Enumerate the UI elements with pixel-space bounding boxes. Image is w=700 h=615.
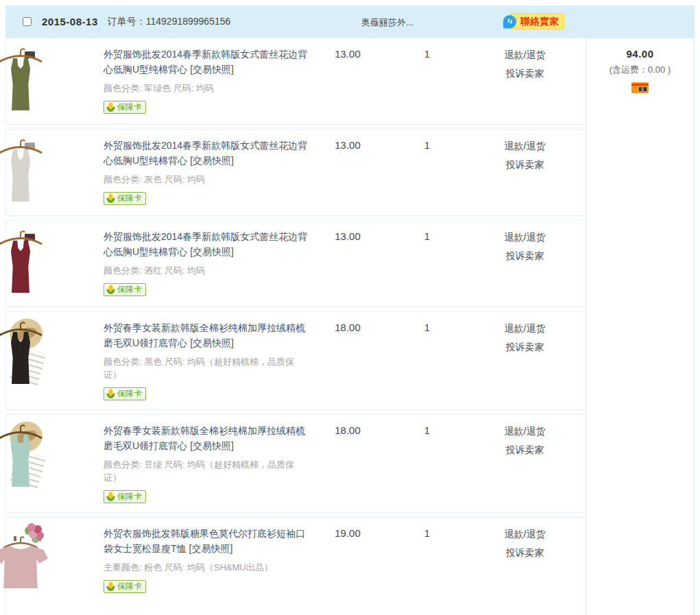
order-item-row: 外贸服饰批发2014春季新款韩版女式蕾丝花边背心低胸U型纯棉背心[交易快照] 颜… [5,38,586,125]
guarantee-card-badge[interactable]: 保障卡 [104,387,146,400]
order-item-row: 外贸春季女装新款韩版全棉衫纯棉加厚拉绒精梳磨毛双U领打底背心[交易快照] 颜色分… [5,414,586,513]
complain-seller-link[interactable]: 投诉卖家 [468,443,581,457]
snapshot-link[interactable]: [交易快照] [190,246,234,257]
guarantee-card-badge[interactable]: 保障卡 [104,101,146,114]
item-price: 13.00 [309,130,386,215]
product-attributes: 颜色分类: 灰色 尺码: 均码 [104,173,309,186]
order-total-amount: 94.00 [586,48,694,60]
product-title: 外贸春季女装新款韩版全棉衫纯棉加厚拉绒精梳磨毛双U领打底背心[交易快照] [104,423,309,453]
order-summary: 94.00 (含运费：0.00 ) [586,38,695,615]
snapshot-link[interactable]: [交易快照] [189,543,233,554]
item-quantity: 1 [386,38,468,124]
sprout-icon [106,492,116,502]
refund-link[interactable]: 退款/退货 [468,322,581,336]
item-list: 外贸服饰批发2014春季新款韩版女式蕾丝花边背心低胸U型纯棉背心[交易快照] 颜… [5,38,586,615]
refund-link[interactable]: 退款/退货 [468,424,581,439]
sprout-icon [106,193,116,204]
order-number: 订单号：1149291899965156 [108,16,231,28]
guarantee-card-label: 保障卡 [117,389,142,399]
item-price: 19.00 [309,518,386,615]
sprout-icon [106,581,116,592]
wangwang-icon [503,15,516,28]
guarantee-card-badge[interactable]: 保障卡 [104,580,146,593]
order-body: 外贸服饰批发2014春季新款韩版女式蕾丝花边背心低胸U型纯棉背心[交易快照] 颜… [5,38,695,615]
product-image[interactable] [21,317,91,388]
sprout-icon [106,102,116,112]
product-title: 外贸春季女装新款韩版全棉衫纯棉加厚拉绒精梳磨毛双U领打底背心[交易快照] [104,320,309,350]
item-price: 18.00 [309,415,386,512]
product-image[interactable] [21,420,91,491]
order-page: 2015-08-13 订单号：1149291899965156 奥薇丽莎外...… [0,0,700,615]
seller-name-link[interactable]: 奥薇丽莎外... [361,16,413,29]
refund-link[interactable]: 退款/退货 [468,48,581,62]
item-price: 13.00 [309,38,386,124]
product-title: 外贸衣服饰批发韩版糖果色莫代尔打底衫短袖口袋女士宽松显瘦T恤[交易快照] [104,526,309,556]
item-quantity: 1 [386,518,468,615]
order-item-row: 外贸服饰批发2014春季新款韩版女式蕾丝花边背心低胸U型纯棉背心[交易快照] 颜… [5,220,586,307]
product-info: 外贸服饰批发2014春季新款韩版女式蕾丝花边背心低胸U型纯棉背心[交易快照] 颜… [104,130,309,215]
order-item-row: 外贸春季女装新款韩版全棉衫纯棉加厚拉绒精梳磨毛双U领打底背心[交易快照] 颜色分… [5,311,586,410]
guarantee-card-label: 保障卡 [117,285,142,295]
item-actions: 退款/退货 投诉卖家 [468,221,581,306]
complain-seller-link[interactable]: 投诉卖家 [468,340,581,354]
item-actions: 退款/退货 投诉卖家 [468,312,581,409]
shipping-fee-note: (含运费：0.00 ) [586,64,694,76]
product-title: 外贸服饰批发2014春季新款韩版女式蕾丝花边背心低胸U型纯棉背心[交易快照] [104,138,309,168]
product-attributes: 颜色分类: 军绿色 尺码: 均码 [104,82,309,95]
product-info: 外贸春季女装新款韩版全棉衫纯棉加厚拉绒精梳磨毛双U领打底背心[交易快照] 颜色分… [104,415,309,512]
complain-seller-link[interactable]: 投诉卖家 [468,158,581,172]
complain-seller-link[interactable]: 投诉卖家 [468,67,581,81]
item-price: 13.00 [309,221,386,306]
guarantee-card-label: 保障卡 [117,492,142,502]
snapshot-link[interactable]: [交易快照] [190,155,234,166]
refund-link[interactable]: 退款/退货 [468,527,581,542]
product-attributes: 主要颜色: 粉色 尺码: 均码（SH&MU出品） [104,561,309,574]
guarantee-card-label: 保障卡 [117,581,142,592]
guarantee-card-label: 保障卡 [117,193,142,204]
complain-seller-link[interactable]: 投诉卖家 [468,249,581,263]
product-image[interactable] [21,135,91,206]
guarantee-card-badge[interactable]: 保障卡 [104,490,146,503]
item-quantity: 1 [386,130,468,215]
product-image[interactable] [21,44,91,114]
product-title: 外贸服饰批发2014春季新款韩版女式蕾丝花边背心低胸U型纯棉背心[交易快照] [104,229,309,259]
item-actions: 退款/退货 投诉卖家 [468,130,581,215]
item-price: 18.00 [309,312,386,409]
complain-seller-link[interactable]: 投诉卖家 [468,546,581,560]
order-header: 2015-08-13 订单号：1149291899965156 奥薇丽莎外...… [5,5,695,38]
refund-link[interactable]: 退款/退货 [468,139,581,154]
product-info: 外贸衣服饰批发韩版糖果色莫代尔打底衫短袖口袋女士宽松显瘦T恤[交易快照] 主要颜… [104,518,309,615]
snapshot-link[interactable]: [交易快照] [190,440,234,451]
order-item-row: 外贸衣服饰批发韩版糖果色莫代尔打底衫短袖口袋女士宽松显瘦T恤[交易快照] 主要颜… [5,517,586,615]
product-attributes: 颜色分类: 豆绿 尺码: 均码（超好精梳棉，品质保证） [104,458,309,484]
snapshot-link[interactable]: [交易快照] [190,337,234,348]
item-actions: 退款/退货 投诉卖家 [468,415,581,512]
product-info: 外贸春季女装新款韩版全棉衫纯棉加厚拉绒精梳磨毛双U领打底背心[交易快照] 颜色分… [104,312,309,409]
snapshot-link[interactable]: [交易快照] [190,64,234,75]
item-actions: 退款/退货 投诉卖家 [468,518,581,615]
contact-seller-button[interactable]: 聯絡賣家 [510,13,564,29]
item-quantity: 1 [386,415,468,512]
order-select-checkbox[interactable] [23,17,32,26]
guarantee-card-badge[interactable]: 保障卡 [104,192,146,205]
order-item-row: 外贸服饰批发2014春季新款韩版女式蕾丝花边背心低胸U型纯棉背心[交易快照] 颜… [5,129,586,216]
sprout-icon [106,285,116,295]
order-date: 2015-08-13 [42,16,98,27]
refund-link[interactable]: 退款/退货 [468,230,581,245]
product-attributes: 颜色分类: 酒红 尺码: 均码 [104,264,309,277]
product-info: 外贸服饰批发2014春季新款韩版女式蕾丝花边背心低胸U型纯棉背心[交易快照] 颜… [104,221,309,306]
product-attributes: 颜色分类: 黑色 尺码: 均码（超好精梳棉，品质保证） [104,355,309,381]
payment-card-icon [631,82,649,93]
item-actions: 退款/退货 投诉卖家 [468,38,581,124]
guarantee-card-badge[interactable]: 保障卡 [104,283,146,296]
product-image[interactable] [21,523,91,594]
contact-seller-label: 聯絡賣家 [520,16,559,27]
product-image[interactable] [21,226,91,297]
item-quantity: 1 [386,221,468,306]
product-info: 外贸服饰批发2014春季新款韩版女式蕾丝花边背心低胸U型纯棉背心[交易快照] 颜… [104,38,309,124]
product-title: 外贸服饰批发2014春季新款韩版女式蕾丝花边背心低胸U型纯棉背心[交易快照] [104,47,309,77]
sprout-icon [106,389,116,399]
guarantee-card-label: 保障卡 [117,102,142,112]
item-quantity: 1 [386,312,468,409]
